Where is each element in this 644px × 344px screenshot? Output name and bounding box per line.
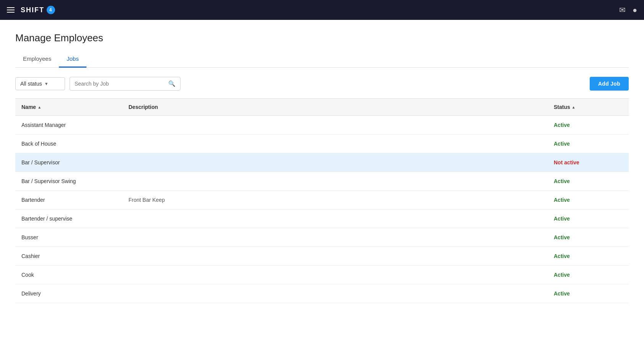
sort-icon-status[interactable]: ▲: [572, 105, 576, 109]
tab-employees[interactable]: Employees: [15, 52, 59, 68]
col-header-description: Description: [128, 104, 554, 110]
table-row[interactable]: Bartender / supervise Active: [15, 209, 629, 228]
cell-name: Bar / Supervisor Swing: [21, 178, 128, 184]
col-header-name: Name ▲: [21, 104, 128, 110]
topbar-left: SHIFT 4: [7, 6, 55, 14]
cell-name: Bartender / supervise: [21, 216, 128, 222]
chat-icon[interactable]: ✉: [619, 5, 626, 15]
cell-status: Active: [554, 272, 623, 278]
col-header-status: Status ▲: [554, 104, 623, 110]
table-row[interactable]: Bar / Supervisor Not active: [15, 153, 629, 172]
cell-name: Bar / Supervisor: [21, 159, 128, 166]
table-row[interactable]: Bartender Front Bar Keep Active: [15, 191, 629, 209]
status-filter[interactable]: All status ▼: [15, 77, 65, 90]
cell-status: Active: [554, 122, 623, 128]
toolbar-left: All status ▼ 🔍: [15, 77, 181, 91]
chevron-down-icon: ▼: [44, 81, 49, 86]
search-input[interactable]: [75, 81, 165, 87]
tabs: Employees Jobs: [15, 52, 629, 68]
main-content: Manage Employees Employees Jobs All stat…: [0, 20, 644, 315]
add-job-button[interactable]: Add Job: [590, 77, 629, 91]
status-filter-value: All status: [20, 81, 42, 87]
topbar-right: ✉ ●: [619, 5, 637, 15]
cell-status: Active: [554, 178, 623, 184]
cell-status: Active: [554, 216, 623, 222]
search-icon: 🔍: [168, 80, 176, 87]
toolbar: All status ▼ 🔍 Add Job: [15, 77, 629, 91]
cell-status: Active: [554, 141, 623, 147]
logo-text: SHIFT: [21, 6, 44, 14]
cell-name: Assistant Manager: [21, 122, 128, 128]
jobs-table: Name ▲ Description Status ▲ Assistant Ma…: [15, 98, 629, 303]
search-box: 🔍: [70, 77, 181, 91]
cell-name: Cook: [21, 272, 128, 278]
cell-status: Not active: [554, 159, 623, 166]
table-body: Assistant Manager Active Back of House A…: [15, 116, 629, 303]
page-title: Manage Employees: [15, 32, 629, 44]
table-row[interactable]: Back of House Active: [15, 135, 629, 153]
topbar: SHIFT 4 ✉ ●: [0, 0, 644, 20]
cell-status: Active: [554, 253, 623, 259]
table-header: Name ▲ Description Status ▲: [15, 98, 629, 116]
hamburger-menu[interactable]: [7, 7, 15, 13]
logo-badge: 4: [47, 6, 55, 14]
logo: SHIFT 4: [21, 6, 55, 14]
table-row[interactable]: Busser Active: [15, 228, 629, 247]
cell-name: Busser: [21, 234, 128, 240]
cell-name: Delivery: [21, 290, 128, 297]
table-row[interactable]: Cook Active: [15, 266, 629, 284]
cell-description: Front Bar Keep: [128, 197, 554, 203]
table-row[interactable]: Cashier Active: [15, 247, 629, 266]
cell-name: Bartender: [21, 197, 128, 203]
cell-name: Back of House: [21, 141, 128, 147]
cell-status: Active: [554, 234, 623, 240]
cell-name: Cashier: [21, 253, 128, 259]
tab-jobs[interactable]: Jobs: [59, 52, 86, 68]
table-row[interactable]: Assistant Manager Active: [15, 116, 629, 135]
cell-status: Active: [554, 197, 623, 203]
sort-icon-name[interactable]: ▲: [37, 105, 41, 109]
table-row[interactable]: Delivery Active: [15, 284, 629, 303]
cell-status: Active: [554, 290, 623, 297]
user-icon[interactable]: ●: [633, 6, 637, 15]
table-row[interactable]: Bar / Supervisor Swing Active: [15, 172, 629, 191]
